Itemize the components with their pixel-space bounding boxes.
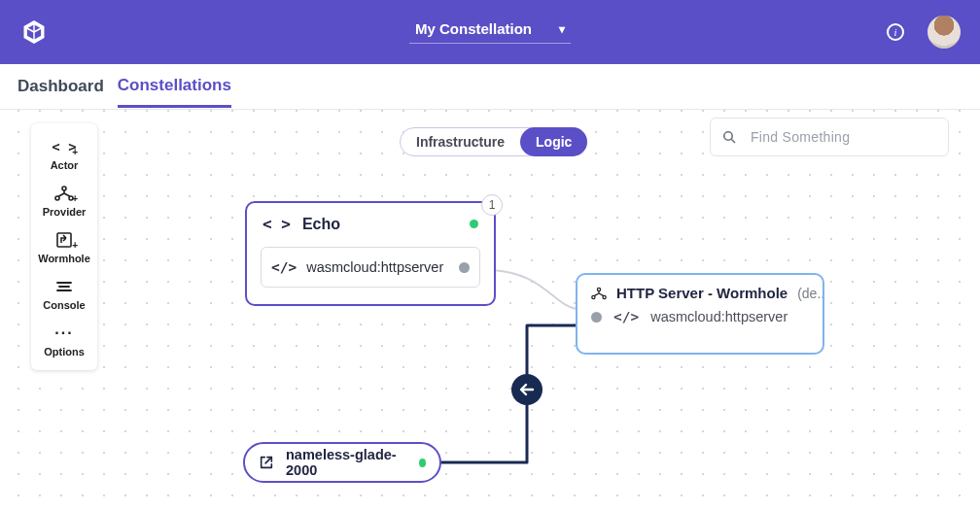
search-input[interactable] [749,128,936,146]
mode-infrastructure[interactable]: Infrastructure [401,128,520,155]
status-dot-running [470,220,478,228]
main-tabs: Dashboard Constellations [0,64,980,110]
node-detail: (de... [797,286,822,301]
contract-id: wasmcloud:httpserver [650,309,788,324]
search-icon [722,130,737,145]
contract-id: wasmcloud:httpserver [306,259,443,275]
tab-constellations[interactable]: Constellations [118,66,231,108]
more-icon: ··· [52,323,76,344]
link-handle[interactable] [459,262,470,273]
actor-icon: < > [262,215,291,233]
palette-provider[interactable]: + Provider [31,178,97,224]
status-dot-running [419,459,426,467]
palette-label: Provider [43,206,87,218]
palette-options[interactable]: ··· Options [31,318,97,364]
canvas[interactable]: < > + Actor + Provider + Wormhole Consol… [0,110,980,511]
palette-label: Console [43,299,85,311]
provider-icon: + [52,183,76,204]
connectors [0,110,980,511]
mode-logic[interactable]: Logic [520,127,587,156]
link-direction-button[interactable] [511,374,542,405]
palette: < > + Actor + Provider + Wormhole Consol… [31,123,97,370]
palette-wormhole[interactable]: + Wormhole [31,224,97,271]
host-name: nameless-glade-2000 [286,447,403,478]
external-link-icon [259,455,274,470]
palette-label: Actor [51,159,79,171]
provider-node-http-server[interactable]: HTTP Server - Wormhole (de... </> wasmcl… [576,273,824,355]
code-icon: </> [613,309,639,324]
constellation-selector[interactable]: My Constellation ▾ [409,20,571,44]
actor-icon: < > + [52,136,76,157]
console-icon [52,276,76,297]
info-icon[interactable]: i [887,23,904,41]
palette-console[interactable]: Console [31,271,97,318]
actor-node-echo[interactable]: 1 < > Echo </> wasmcloud:httpserver [245,201,496,306]
node-title: Echo [302,216,340,233]
code-icon: </> [271,259,297,275]
link-handle[interactable] [591,312,602,323]
node-title: HTTP Server - Wormhole [616,285,788,301]
view-mode-toggle: Infrastructure Logic [400,127,587,156]
svg-line-8 [731,139,735,143]
tab-dashboard[interactable]: Dashboard [18,67,104,106]
chevron-down-icon: ▾ [559,22,565,36]
constellation-name: My Constellation [415,20,532,37]
wormhole-icon: + [52,229,76,251]
instance-count-badge: 1 [481,194,503,216]
provider-icon [591,287,607,300]
contract-slot[interactable]: </> wasmcloud:httpserver [261,247,480,288]
host-node[interactable]: nameless-glade-2000 [243,442,441,483]
svg-point-7 [724,131,732,139]
palette-label: Options [44,346,85,358]
app-logo [19,17,49,47]
palette-label: Wormhole [38,253,90,264]
app-header: My Constellation ▾ i [0,0,980,64]
user-avatar[interactable] [928,16,961,49]
search-box[interactable] [710,118,949,156]
palette-actor[interactable]: < > + Actor [31,131,97,178]
